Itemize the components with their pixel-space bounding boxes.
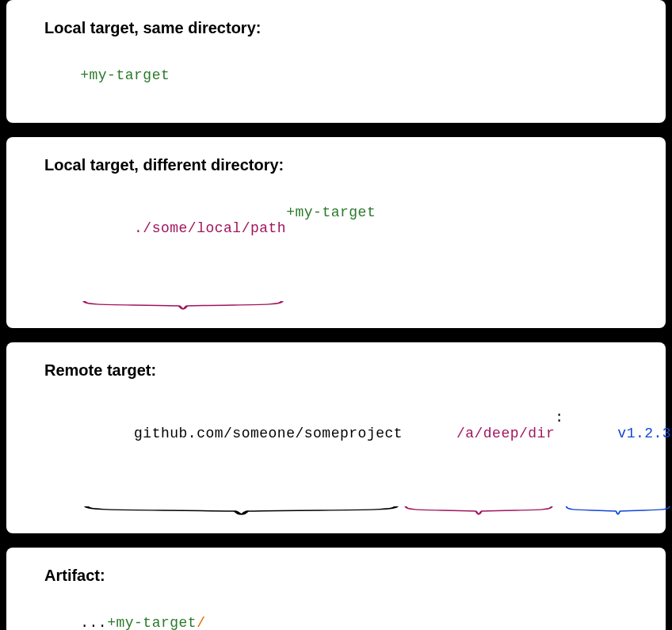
brace-icon — [80, 505, 403, 516]
card-local-diff-dir: Local target, different directory: ./som… — [6, 137, 666, 328]
card-title: Local target, different directory: — [44, 156, 628, 174]
segment-path: ./some/local/path Relative local path — [80, 204, 286, 268]
code-line: +my-target — [44, 52, 628, 99]
card-title: Remote target: — [44, 361, 628, 380]
brace-icon — [80, 300, 286, 311]
segment-text: ./some/local/path — [134, 220, 286, 236]
segment-artifact: my-artifact Artifact name — [205, 615, 357, 630]
segment-slash: / — [197, 615, 205, 630]
brace-annotation: Tag (optional) — [564, 473, 672, 505]
card-artifact: Artifact: ...+my-target/ my-artifact Art… — [6, 548, 666, 630]
segment-target: +my-target — [80, 67, 170, 83]
card-local-same-dir: Local target, same directory: +my-target — [6, 0, 666, 123]
segment-text: /a/deep/dir — [456, 426, 555, 441]
code-line: ./some/local/path Relative local path +m… — [44, 189, 628, 284]
segment-target: +my-target — [286, 204, 376, 220]
segment-tag: v1.2.3 Tag (optional) — [564, 410, 672, 473]
brace-icon — [564, 505, 672, 516]
code-line: ...+my-target/ my-artifact Artifact name — [44, 599, 628, 630]
card-title: Artifact: — [44, 567, 628, 585]
code-line: github.com/someone/someproject GitHub UR… — [44, 394, 628, 489]
segment-github-url: github.com/someone/someproject GitHub UR… — [80, 410, 403, 473]
brace-annotation: Relative local path — [80, 268, 286, 300]
segment-colon: : — [555, 410, 563, 426]
segment-text: github.com/someone/someproject — [134, 426, 403, 441]
brace-annotation: Path within repo — [403, 473, 555, 505]
brace-annotation: GitHub URL — [80, 473, 403, 505]
brace-icon — [403, 505, 555, 516]
segment-ellipsis: ... — [80, 615, 107, 630]
segment-text: v1.2.3 — [617, 426, 671, 441]
segment-repo-path: /a/deep/dir Path within repo — [403, 410, 555, 473]
card-title: Local target, same directory: — [44, 19, 628, 37]
segment-target: +my-target — [107, 615, 197, 630]
card-remote-target: Remote target: github.com/someone/somepr… — [6, 342, 666, 533]
